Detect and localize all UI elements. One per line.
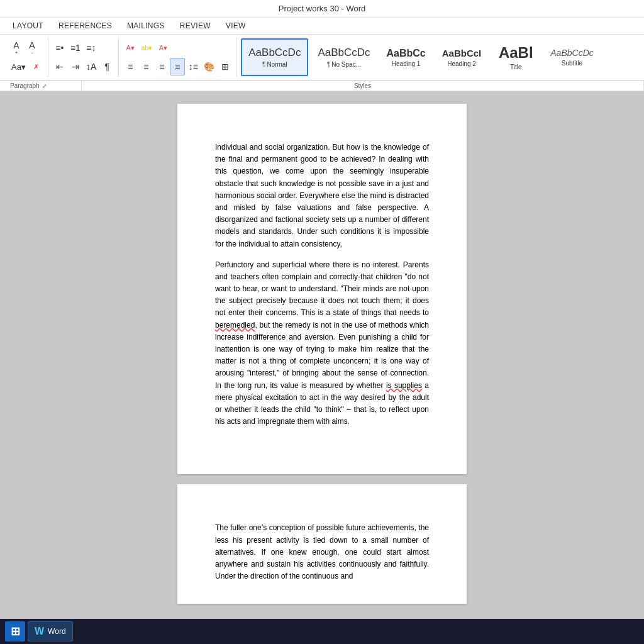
clear-formatting-btn[interactable]: ✗ <box>29 58 44 75</box>
word-icon: W <box>35 626 44 637</box>
paragraph-section-label: Paragraph ⤢ <box>0 81 82 91</box>
numbered-list-btn[interactable]: ≡1 <box>68 39 83 57</box>
style-normal-label: ¶Normal <box>262 61 287 68</box>
shading-btn[interactable]: 🎨 <box>201 58 217 75</box>
style-heading1-preview: AaBbCc <box>387 47 426 59</box>
multilevel-list-btn[interactable]: ≡↕ <box>84 39 99 57</box>
style-heading1-label: Heading 1 <box>392 60 421 67</box>
style-subtitle-preview: AaBbCcDc <box>550 48 593 58</box>
style-heading1[interactable]: AaBbCc Heading 1 <box>380 38 433 76</box>
style-normal[interactable]: AaBbCcDc ¶Normal <box>241 38 308 76</box>
ribbon-tabs: LAYOUT REFERENCES MAILINGS REVIEW VIEW <box>0 18 644 35</box>
ribbon-toolbar: A+ A- Aa▾ ✗ ≡• ≡1 ≡↕ ⇤ ⇥ ↕A ¶ <box>0 35 644 81</box>
align-left-btn[interactable]: ≡ <box>123 58 138 75</box>
tab-review[interactable]: REVIEW <box>172 18 218 34</box>
word-app-label: Word <box>48 627 65 636</box>
doc-page-2: The fuller one’s conception of possible … <box>177 484 467 604</box>
is-supplies-phrase: is supplies <box>386 381 422 390</box>
style-subtitle-label: Subtitle <box>562 60 582 67</box>
style-no-spacing-preview: AaBbCcDc <box>318 47 370 59</box>
alignment-group: A▾ ab▾ A▾ ≡ ≡ ≡ ≡ ↕≡ 🎨 ⊞ <box>119 37 237 77</box>
style-title[interactable]: AaBl Title <box>491 38 541 76</box>
tab-references[interactable]: REFERENCES <box>51 18 119 34</box>
tab-view[interactable]: VIEW <box>218 18 253 34</box>
align-right-btn[interactable]: ≡ <box>154 58 169 75</box>
bullet-list-btn[interactable]: ≡• <box>52 39 67 57</box>
title-text: Project works 30 - Word <box>279 4 365 13</box>
tab-layout[interactable]: LAYOUT <box>5 18 51 34</box>
doc-page-1: Individual and social organization. But … <box>177 104 467 474</box>
taskbar: ⊞ W Word <box>0 619 644 644</box>
align-justify-btn[interactable]: ≡ <box>170 58 185 75</box>
text-color-btn[interactable]: A▾ <box>156 39 171 57</box>
borders-btn[interactable]: ⊞ <box>218 58 233 75</box>
font-size-increase-btn[interactable]: A+ <box>9 39 24 57</box>
style-title-preview: AaBl <box>499 44 533 62</box>
font-aa-btn[interactable]: Aa▾ <box>9 58 28 75</box>
doc-paragraph-2[interactable]: Perfunctory and superficial where there … <box>215 259 429 428</box>
doc-paragraph-3[interactable]: The fuller one’s conception of possible … <box>215 522 429 582</box>
font-size-group: A+ A- Aa▾ ✗ <box>5 37 48 77</box>
line-spacing-btn[interactable]: ↕≡ <box>186 58 201 75</box>
start-icon: ⊞ <box>11 625 20 638</box>
doc-paragraph-1[interactable]: Individual and social organization. But … <box>215 142 429 250</box>
title-bar: Project works 30 - Word <box>0 0 644 18</box>
style-no-spacing[interactable]: AaBbCcDc ¶No Spac... <box>311 38 377 76</box>
highlight-btn[interactable]: ab▾ <box>138 39 155 57</box>
start-button[interactable]: ⊞ <box>5 621 25 641</box>
style-no-spacing-label: ¶No Spac... <box>327 61 361 68</box>
font-size-decrease-btn[interactable]: A- <box>25 39 40 57</box>
pilcrow-btn[interactable]: ¶ <box>99 58 114 75</box>
align-center-btn[interactable]: ≡ <box>138 58 153 75</box>
style-subtitle[interactable]: AaBbCcDc Subtitle <box>543 38 600 76</box>
paragraph-expand-icon[interactable]: ⤢ <box>42 83 47 89</box>
decrease-indent-btn[interactable]: ⇤ <box>52 58 67 75</box>
doc-area: Individual and social organization. But … <box>0 91 644 619</box>
beremedied-word: beremedied <box>215 321 255 330</box>
sort-btn[interactable]: ↕A <box>84 58 99 75</box>
tab-mailings[interactable]: MAILINGS <box>119 18 172 34</box>
taskbar-word-app[interactable]: W Word <box>28 621 73 641</box>
font-color-btn[interactable]: A▾ <box>123 39 138 57</box>
increase-indent-btn[interactable]: ⇥ <box>68 58 83 75</box>
style-normal-preview: AaBbCcDc <box>248 47 301 59</box>
style-title-label: Title <box>510 64 522 70</box>
list-group: ≡• ≡1 ≡↕ ⇤ ⇥ ↕A ¶ <box>48 37 119 77</box>
styles-section: AaBbCcDc ¶Normal AaBbCcDc ¶No Spac... Aa… <box>237 37 639 77</box>
ribbon-section-labels: Paragraph ⤢ Styles <box>0 81 644 91</box>
style-heading2-preview: AaBbCcI <box>442 48 482 59</box>
style-heading2-label: Heading 2 <box>447 60 476 67</box>
styles-section-label: Styles <box>82 81 644 91</box>
style-heading2[interactable]: AaBbCcI Heading 2 <box>435 38 489 76</box>
